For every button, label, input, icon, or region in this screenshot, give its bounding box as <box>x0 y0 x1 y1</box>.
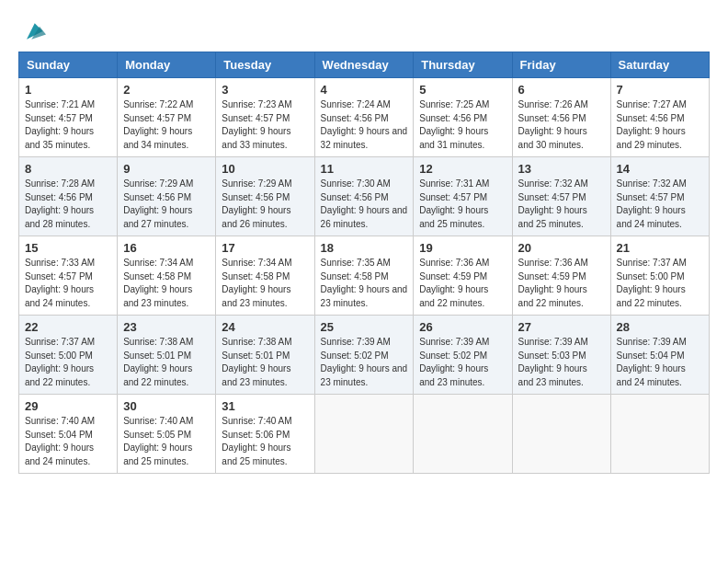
logo-icon <box>20 18 46 44</box>
sunset-label: Sunset: 4:56 PM <box>518 113 586 123</box>
day-cell <box>610 395 709 474</box>
day-header-saturday: Saturday <box>610 52 709 78</box>
daylight-label: Daylight: 9 hours and 25 minutes. <box>123 442 192 466</box>
day-info: Sunrise: 7:36 AM Sunset: 4:59 PM Dayligh… <box>419 257 506 310</box>
sunset-label: Sunset: 5:01 PM <box>222 350 290 361</box>
sunrise-label: Sunrise: 7:40 AM <box>25 416 95 426</box>
daylight-label: Daylight: 9 hours and 32 minutes. <box>321 126 408 150</box>
sunset-label: Sunset: 4:57 PM <box>617 192 685 202</box>
day-info: Sunrise: 7:40 AM Sunset: 5:04 PM Dayligh… <box>25 415 111 468</box>
day-header-tuesday: Tuesday <box>216 52 314 78</box>
sunset-label: Sunset: 4:59 PM <box>518 271 586 282</box>
daylight-label: Daylight: 9 hours and 25 minutes. <box>222 442 290 466</box>
day-info: Sunrise: 7:36 AM Sunset: 4:59 PM Dayligh… <box>518 257 605 310</box>
sunrise-label: Sunrise: 7:37 AM <box>25 337 95 347</box>
day-cell: 9 Sunrise: 7:29 AM Sunset: 4:56 PM Dayli… <box>118 157 216 236</box>
day-cell: 31 Sunrise: 7:40 AM Sunset: 5:06 PM Dayl… <box>216 395 314 474</box>
sunset-label: Sunset: 4:58 PM <box>222 271 290 282</box>
day-number: 18 <box>321 241 408 255</box>
page-header <box>18 18 710 44</box>
day-cell: 11 Sunrise: 7:30 AM Sunset: 4:56 PM Dayl… <box>314 157 414 236</box>
daylight-label: Daylight: 9 hours and 34 minutes. <box>123 126 192 150</box>
daylight-label: Daylight: 9 hours and 27 minutes. <box>123 205 192 229</box>
day-cell: 2 Sunrise: 7:22 AM Sunset: 4:57 PM Dayli… <box>118 78 216 157</box>
day-info: Sunrise: 7:37 AM Sunset: 5:00 PM Dayligh… <box>617 257 703 310</box>
day-info: Sunrise: 7:29 AM Sunset: 4:56 PM Dayligh… <box>123 178 210 231</box>
day-number: 1 <box>25 83 111 97</box>
sunset-label: Sunset: 4:57 PM <box>222 113 290 123</box>
day-number: 14 <box>617 162 703 176</box>
day-info: Sunrise: 7:40 AM Sunset: 5:06 PM Dayligh… <box>222 415 308 468</box>
day-cell: 22 Sunrise: 7:37 AM Sunset: 5:00 PM Dayl… <box>19 316 118 395</box>
day-header-friday: Friday <box>512 52 610 78</box>
day-cell: 28 Sunrise: 7:39 AM Sunset: 5:04 PM Dayl… <box>610 316 709 395</box>
daylight-label: Daylight: 9 hours and 23 minutes. <box>321 363 408 387</box>
sunrise-label: Sunrise: 7:39 AM <box>617 337 687 347</box>
sunrise-label: Sunrise: 7:34 AM <box>123 258 193 268</box>
sunrise-label: Sunrise: 7:26 AM <box>518 99 588 109</box>
week-row-1: 1 Sunrise: 7:21 AM Sunset: 4:57 PM Dayli… <box>19 78 710 157</box>
sunrise-label: Sunrise: 7:36 AM <box>419 258 489 268</box>
week-row-4: 22 Sunrise: 7:37 AM Sunset: 5:00 PM Dayl… <box>19 316 710 395</box>
daylight-label: Daylight: 9 hours and 33 minutes. <box>222 126 290 150</box>
day-cell: 10 Sunrise: 7:29 AM Sunset: 4:56 PM Dayl… <box>216 157 314 236</box>
daylight-label: Daylight: 9 hours and 24 minutes. <box>25 442 94 466</box>
daylight-label: Daylight: 9 hours and 28 minutes. <box>25 205 94 229</box>
sunset-label: Sunset: 4:57 PM <box>419 192 487 202</box>
sunrise-label: Sunrise: 7:29 AM <box>123 178 193 189</box>
sunrise-label: Sunrise: 7:27 AM <box>617 99 687 109</box>
day-cell: 4 Sunrise: 7:24 AM Sunset: 4:56 PM Dayli… <box>314 78 414 157</box>
day-number: 25 <box>321 320 408 334</box>
daylight-label: Daylight: 9 hours and 22 minutes. <box>25 363 94 387</box>
daylight-label: Daylight: 9 hours and 23 minutes. <box>518 363 587 387</box>
sunset-label: Sunset: 5:01 PM <box>123 350 191 361</box>
day-info: Sunrise: 7:32 AM Sunset: 4:57 PM Dayligh… <box>617 178 703 231</box>
sunset-label: Sunset: 4:59 PM <box>419 271 487 282</box>
day-number: 19 <box>419 241 506 255</box>
sunset-label: Sunset: 4:58 PM <box>123 271 191 282</box>
day-number: 23 <box>123 320 210 334</box>
header-row: SundayMondayTuesdayWednesdayThursdayFrid… <box>19 52 710 78</box>
sunrise-label: Sunrise: 7:31 AM <box>419 178 489 189</box>
day-cell: 17 Sunrise: 7:34 AM Sunset: 4:58 PM Dayl… <box>216 236 314 316</box>
sunrise-label: Sunrise: 7:28 AM <box>25 178 95 189</box>
sunset-label: Sunset: 4:56 PM <box>123 192 191 202</box>
day-number: 28 <box>617 320 703 334</box>
day-info: Sunrise: 7:37 AM Sunset: 5:00 PM Dayligh… <box>25 336 111 389</box>
daylight-label: Daylight: 9 hours and 25 minutes. <box>518 205 587 229</box>
logo <box>18 18 46 44</box>
day-header-sunday: Sunday <box>19 52 118 78</box>
sunset-label: Sunset: 4:57 PM <box>25 271 93 282</box>
day-header-monday: Monday <box>118 52 216 78</box>
daylight-label: Daylight: 9 hours and 26 minutes. <box>321 205 408 229</box>
day-number: 17 <box>222 241 308 255</box>
sunrise-label: Sunrise: 7:37 AM <box>617 258 687 268</box>
day-info: Sunrise: 7:22 AM Sunset: 4:57 PM Dayligh… <box>123 98 210 152</box>
sunrise-label: Sunrise: 7:39 AM <box>419 337 489 347</box>
day-number: 21 <box>617 241 703 255</box>
sunrise-label: Sunrise: 7:39 AM <box>518 337 588 347</box>
day-info: Sunrise: 7:29 AM Sunset: 4:56 PM Dayligh… <box>222 178 308 231</box>
sunset-label: Sunset: 5:05 PM <box>123 430 191 440</box>
daylight-label: Daylight: 9 hours and 35 minutes. <box>25 126 94 150</box>
day-cell <box>414 395 512 474</box>
day-number: 5 <box>419 83 506 97</box>
day-cell: 27 Sunrise: 7:39 AM Sunset: 5:03 PM Dayl… <box>512 316 610 395</box>
sunrise-label: Sunrise: 7:40 AM <box>222 416 291 426</box>
day-info: Sunrise: 7:21 AM Sunset: 4:57 PM Dayligh… <box>25 98 111 152</box>
day-info: Sunrise: 7:23 AM Sunset: 4:57 PM Dayligh… <box>222 98 308 152</box>
daylight-label: Daylight: 9 hours and 23 minutes. <box>123 284 192 308</box>
day-cell: 12 Sunrise: 7:31 AM Sunset: 4:57 PM Dayl… <box>414 157 512 236</box>
daylight-label: Daylight: 9 hours and 23 minutes. <box>222 284 290 308</box>
daylight-label: Daylight: 9 hours and 23 minutes. <box>222 363 290 387</box>
sunrise-label: Sunrise: 7:32 AM <box>518 178 588 189</box>
daylight-label: Daylight: 9 hours and 24 minutes. <box>617 205 686 229</box>
sunrise-label: Sunrise: 7:35 AM <box>321 258 391 268</box>
sunset-label: Sunset: 5:00 PM <box>25 350 93 361</box>
day-cell: 7 Sunrise: 7:27 AM Sunset: 4:56 PM Dayli… <box>610 78 709 157</box>
day-number: 16 <box>123 241 210 255</box>
day-info: Sunrise: 7:38 AM Sunset: 5:01 PM Dayligh… <box>123 336 210 389</box>
daylight-label: Daylight: 9 hours and 23 minutes. <box>321 284 408 308</box>
day-number: 27 <box>518 320 605 334</box>
day-cell: 23 Sunrise: 7:38 AM Sunset: 5:01 PM Dayl… <box>118 316 216 395</box>
